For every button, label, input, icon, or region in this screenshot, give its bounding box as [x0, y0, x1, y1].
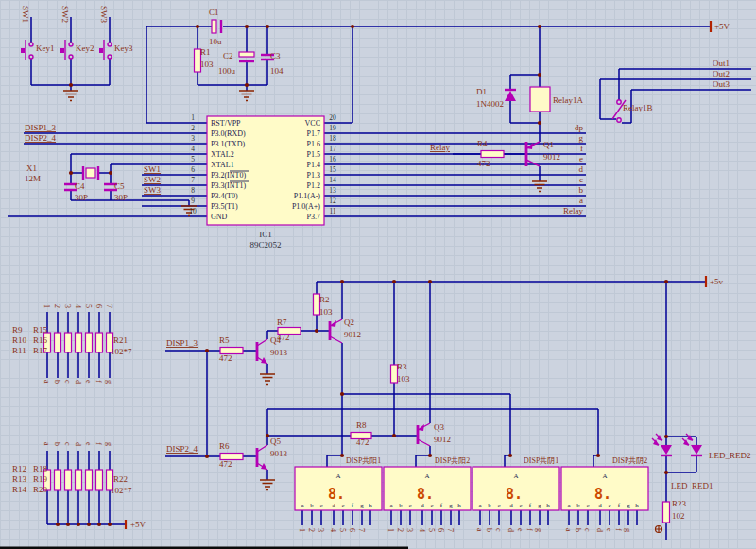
disp2-seg: e	[430, 502, 433, 509]
disp2-wire-num: 4	[418, 528, 426, 532]
disp1-seg: h	[369, 502, 372, 509]
x1-ref: X1	[26, 163, 37, 173]
q5-ref: Q5	[270, 437, 281, 446]
disp1-3-net2: DISP1_3	[166, 338, 198, 348]
pin-name: P1.2	[307, 181, 320, 190]
c5-value: 30P	[114, 193, 128, 202]
disp2-title: DISP共阳2	[435, 456, 470, 465]
disp1-title: DISP共阳1	[346, 456, 381, 465]
schematic-sheet: SW1SW2SW3Key1Key2Key3C110uR1103C2100uC31…	[0, 0, 756, 549]
pin-name: XTAL2	[211, 150, 234, 159]
c4-value: 30P	[75, 193, 88, 202]
rn1-pin: b	[53, 380, 61, 384]
pin-num: 14	[329, 176, 336, 184]
sw3-net-label: SW3	[99, 6, 109, 24]
key1-ref: Key1	[36, 43, 55, 53]
pin-name: P1.0(A+)	[292, 202, 320, 211]
key-switches	[21, 40, 112, 60]
disp1-3-net: DISP1_3	[25, 123, 57, 132]
disp1-seg: c	[319, 502, 322, 509]
c2-plate	[239, 52, 254, 57]
disp2-wire-num: 7	[446, 528, 455, 532]
c4-ref: C4	[75, 181, 85, 191]
c3-value: 104	[270, 66, 284, 76]
disp2-digit: 8.	[417, 486, 434, 503]
disp4-pin-a-top: A	[602, 472, 607, 480]
r10-ref: R10	[12, 335, 27, 345]
disp4-seg: e	[608, 502, 610, 509]
rn2-pin: a	[43, 442, 51, 446]
disp3-digit: 8.	[506, 486, 523, 503]
led-red1-ref: LED_RED1	[671, 481, 713, 490]
d1-ref: D1	[476, 87, 487, 96]
rn1-pin: f	[94, 380, 103, 383]
c1-plate	[212, 20, 216, 33]
pin-name: P3.1(TXD)	[211, 140, 246, 148]
pin-name: P3.3(INT1)	[211, 181, 246, 190]
disp2-4-net: DISP2_4	[25, 133, 57, 143]
disp1-wire-num: 5	[338, 528, 347, 532]
disp4-seg: d	[598, 502, 602, 509]
relay1a-ref: Relay1A	[553, 95, 583, 105]
r15-ref: R15	[33, 325, 48, 335]
schematic-canvas[interactable]: SW1SW2SW3Key1Key2Key3C110uR1103C2100uC31…	[0, 0, 756, 549]
rn2-pin: e	[84, 442, 93, 446]
disp2-seg: d	[421, 502, 424, 509]
disp1-wire-num: 1	[298, 528, 306, 532]
q3-ref: Q3	[434, 422, 444, 432]
pin-num: 7	[191, 176, 195, 184]
rn2-pin: c	[63, 442, 72, 446]
pin-num: 6	[191, 165, 195, 174]
pin-num: 20	[329, 113, 336, 122]
pin-name: GND	[211, 213, 228, 221]
r6-value: 472	[219, 459, 232, 469]
disp4-seg: h	[635, 502, 639, 509]
disp4-seg: c	[586, 502, 589, 509]
rn2-pin: b	[53, 442, 61, 446]
pin-num: 2	[191, 124, 195, 132]
pin-num: 8	[191, 186, 195, 195]
rn1-pin: 6	[94, 304, 103, 308]
pin-num: 11	[329, 207, 335, 215]
disp2-4-net2: DISP2_4	[166, 444, 198, 454]
net-e: e	[579, 154, 583, 163]
net-a: a	[579, 196, 583, 205]
pin-name: VCC	[305, 119, 320, 128]
disp3-wire-net: f	[525, 528, 534, 531]
q1-ref: Q1	[543, 140, 554, 149]
r14-ref: R14	[12, 485, 27, 494]
disp3-wire-net: e	[516, 528, 524, 532]
disp1-digit: 8.	[328, 486, 345, 503]
disp3-seg: e	[519, 502, 522, 509]
rn2-body	[86, 470, 93, 490]
disp2-wire-num: 3	[405, 528, 414, 532]
rn1-body	[65, 333, 72, 352]
rn2-body	[65, 470, 72, 490]
disp3-wire-net: d	[507, 528, 515, 532]
c1-value: 10u	[209, 37, 222, 46]
q2-value: 9012	[344, 330, 361, 339]
disp3-wire-net: g	[535, 528, 543, 532]
rn1-pin: 3	[63, 304, 72, 308]
r8-value: 472	[356, 437, 369, 447]
rn1-pin: c	[63, 380, 72, 384]
pin-num: 3	[191, 134, 195, 143]
pin-num: 13	[329, 186, 336, 195]
disp4-seg: b	[576, 502, 580, 509]
diode-d1	[505, 90, 516, 101]
relay1b-ref: Relay1B	[623, 103, 653, 112]
pin-num: 19	[329, 124, 336, 132]
r8-ref: R8	[356, 420, 367, 430]
disp3-wire-net: a	[475, 528, 484, 532]
q4-ref: Q4	[270, 335, 281, 345]
disp3-title: DISP共阴1	[524, 456, 558, 465]
r4-value: 472	[477, 159, 490, 168]
r3-value: 103	[397, 374, 410, 384]
pin-name: P1.1(A-)	[294, 192, 321, 200]
net-out1: Out1	[713, 59, 730, 68]
r21-value: 102*7	[111, 347, 132, 356]
r23-ref: R23	[672, 499, 687, 508]
rn1-pin: 1	[43, 304, 51, 308]
r2-ref: R2	[319, 295, 330, 304]
pin-num: 5	[191, 155, 195, 163]
